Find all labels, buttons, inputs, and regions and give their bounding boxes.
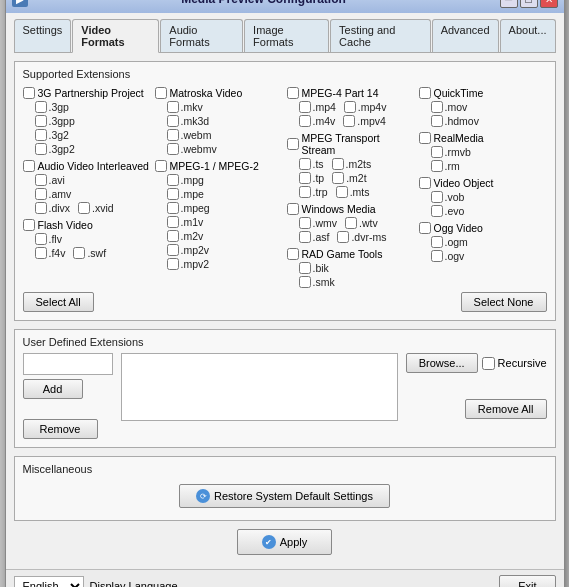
maximize-button[interactable]: □ — [520, 0, 538, 8]
group-mp4: MPEG-4 Part 14 — [287, 87, 415, 99]
checkbox-ogg-group[interactable] — [419, 222, 431, 234]
checkbox-wmv[interactable] — [299, 217, 311, 229]
checkbox-webm[interactable] — [167, 129, 179, 141]
tab-advanced[interactable]: Advanced — [432, 19, 499, 52]
user-ext-textarea[interactable] — [121, 353, 398, 421]
checkbox-rad-group[interactable] — [287, 248, 299, 260]
ext-column-3: MPEG-4 Part 14 .mp4 .mp4v — [287, 85, 415, 288]
checkbox-mkv-group[interactable] — [155, 87, 167, 99]
close-button[interactable]: ✕ — [540, 0, 558, 8]
checkbox-tp[interactable] — [299, 172, 311, 184]
checkbox-m2v[interactable] — [167, 230, 179, 242]
checkbox-mpeg-ts-group[interactable] — [287, 138, 299, 150]
add-button[interactable]: Add — [23, 379, 83, 399]
window-title: Media Preview Configuration — [28, 0, 500, 6]
checkbox-mts[interactable] — [336, 186, 348, 198]
checkbox-smk[interactable] — [299, 276, 311, 288]
apply-button[interactable]: ✔ Apply — [237, 529, 333, 555]
remove-all-button[interactable]: Remove All — [465, 399, 547, 419]
checkbox-mp4v[interactable] — [344, 101, 356, 113]
checkbox-amv[interactable] — [35, 188, 47, 200]
checkbox-ts[interactable] — [299, 158, 311, 170]
checkbox-vob-group[interactable] — [419, 177, 431, 189]
checkbox-f4v[interactable] — [35, 247, 47, 259]
ext-row-mp4: .mp4 .mp4v — [287, 101, 415, 113]
tab-audio-formats[interactable]: Audio Formats — [160, 19, 243, 52]
checkbox-mpe[interactable] — [167, 188, 179, 200]
select-none-button[interactable]: Select None — [461, 292, 547, 312]
ext-row-ts: .ts .m2ts — [287, 158, 415, 170]
checkbox-avi-group[interactable] — [23, 160, 35, 172]
restore-defaults-button[interactable]: ⟳ Restore System Default Settings — [179, 484, 390, 508]
checkbox-3gp[interactable] — [35, 101, 47, 113]
checkbox-asf[interactable] — [299, 231, 311, 243]
tab-about[interactable]: About... — [500, 19, 556, 52]
checkbox-wtv[interactable] — [345, 217, 357, 229]
user-defined-label: User Defined Extensions — [23, 336, 547, 348]
supported-extensions-label: Supported Extensions — [23, 68, 547, 80]
checkbox-3gp2[interactable] — [35, 143, 47, 155]
checkbox-mp4[interactable] — [299, 101, 311, 113]
checkbox-mpv4[interactable] — [343, 115, 355, 127]
checkbox-mkv[interactable] — [167, 101, 179, 113]
user-ext-input[interactable] — [23, 353, 113, 375]
checkbox-qt-group[interactable] — [419, 87, 431, 99]
checkbox-evo[interactable] — [431, 205, 443, 217]
checkbox-3g-group[interactable] — [23, 87, 35, 99]
browse-button[interactable]: Browse... — [406, 353, 478, 373]
ext-mp2v: .mp2v — [155, 244, 283, 256]
checkbox-hdmov[interactable] — [431, 115, 443, 127]
tab-video-formats[interactable]: Video Formats — [72, 19, 159, 53]
main-window: ▶ Media Preview Configuration ─ □ ✕ Sett… — [5, 0, 565, 587]
checkbox-m1v[interactable] — [167, 216, 179, 228]
tab-testing-cache[interactable]: Testing and Cache — [330, 19, 431, 52]
remove-button[interactable]: Remove — [23, 419, 98, 439]
checkbox-trp[interactable] — [299, 186, 311, 198]
ext-row-asf: .asf .dvr-ms — [287, 231, 415, 243]
checkbox-vob[interactable] — [431, 191, 443, 203]
checkbox-real-group[interactable] — [419, 132, 431, 144]
checkbox-dvr-ms[interactable] — [337, 231, 349, 243]
select-all-button[interactable]: Select All — [23, 292, 94, 312]
recursive-label: Recursive — [498, 357, 547, 369]
checkbox-mpeg[interactable] — [167, 202, 179, 214]
checkbox-divx[interactable] — [35, 202, 47, 214]
user-ext-list — [121, 353, 398, 423]
checkbox-mov[interactable] — [431, 101, 443, 113]
checkbox-mpv2[interactable] — [167, 258, 179, 270]
checkbox-flash-group[interactable] — [23, 219, 35, 231]
checkbox-ogv[interactable] — [431, 250, 443, 262]
checkbox-3gpp[interactable] — [35, 115, 47, 127]
checkbox-rm[interactable] — [431, 160, 443, 172]
checkbox-avi[interactable] — [35, 174, 47, 186]
checkbox-mpeg-group[interactable] — [155, 160, 167, 172]
checkbox-mp4-group[interactable] — [287, 87, 299, 99]
checkbox-wmedia-group[interactable] — [287, 203, 299, 215]
ext-ogm: .ogm — [419, 236, 547, 248]
checkbox-m2ts[interactable] — [332, 158, 344, 170]
checkbox-m4v[interactable] — [299, 115, 311, 127]
checkbox-xvid[interactable] — [78, 202, 90, 214]
checkbox-ogm[interactable] — [431, 236, 443, 248]
exit-button[interactable]: Exit — [499, 575, 555, 587]
checkbox-m2t[interactable] — [332, 172, 344, 184]
tab-settings[interactable]: Settings — [14, 19, 72, 52]
checkbox-mp2v[interactable] — [167, 244, 179, 256]
ext-3g2: .3g2 — [23, 129, 151, 141]
checkbox-mk3d[interactable] — [167, 115, 179, 127]
ext-avi: .avi — [23, 174, 151, 186]
recursive-checkbox[interactable] — [482, 357, 495, 370]
ext-column-2: Matroska Video .mkv .mk3d .webm — [155, 85, 283, 288]
checkbox-swf[interactable] — [73, 247, 85, 259]
title-bar: ▶ Media Preview Configuration ─ □ ✕ — [6, 0, 564, 13]
checkbox-rmvb[interactable] — [431, 146, 443, 158]
checkbox-webmv[interactable] — [167, 143, 179, 155]
apply-row: ✔ Apply — [14, 529, 556, 555]
checkbox-bik[interactable] — [299, 262, 311, 274]
checkbox-mpg[interactable] — [167, 174, 179, 186]
tab-image-formats[interactable]: Image Formats — [244, 19, 329, 52]
checkbox-3g2[interactable] — [35, 129, 47, 141]
language-select[interactable]: English German French Spanish — [14, 576, 84, 587]
minimize-button[interactable]: ─ — [500, 0, 518, 8]
checkbox-flv[interactable] — [35, 233, 47, 245]
